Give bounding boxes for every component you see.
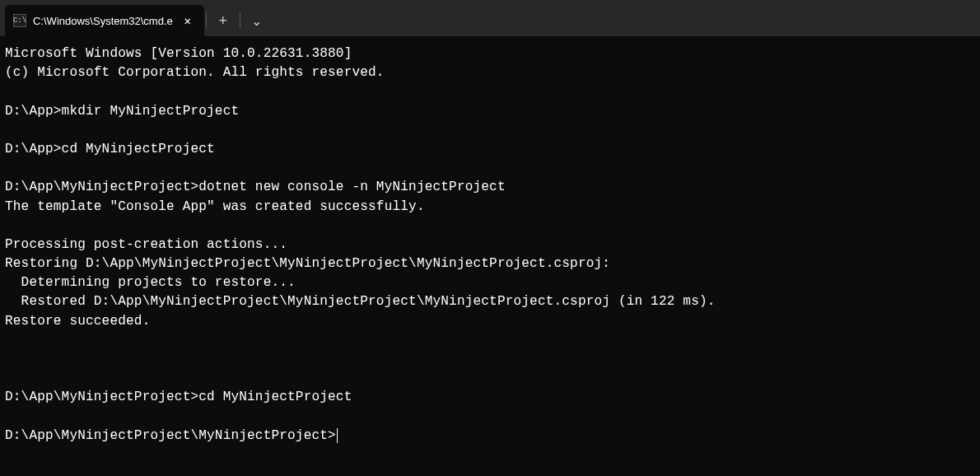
titlebar: C:\ C:\Windows\System32\cmd.e ✕ + ⌄ (0, 0, 980, 36)
cursor (337, 428, 338, 443)
cmd-icon: C:\ (13, 14, 26, 27)
terminal-output[interactable]: Microsoft Windows [Version 10.0.22631.38… (0, 36, 980, 454)
close-tab-button[interactable]: ✕ (180, 12, 196, 29)
divider (206, 12, 207, 29)
new-tab-button[interactable]: + (208, 7, 238, 34)
divider (240, 12, 240, 29)
tab-dropdown-button[interactable]: ⌄ (242, 7, 272, 34)
titlebar-controls: + ⌄ (204, 5, 272, 36)
tab-title: C:\Windows\System32\cmd.e (33, 15, 173, 27)
active-tab[interactable]: C:\ C:\Windows\System32\cmd.e ✕ (5, 5, 204, 36)
